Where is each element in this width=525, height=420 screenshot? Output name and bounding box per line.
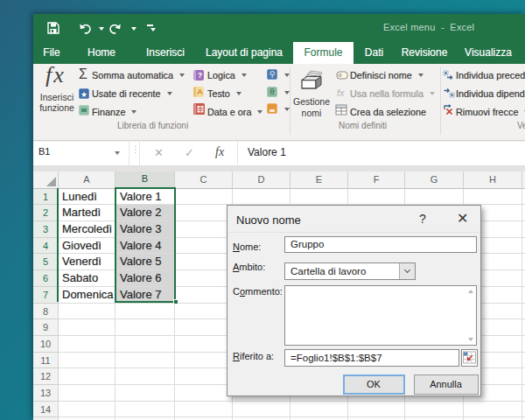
svg-text:fx: fx: [337, 88, 345, 98]
